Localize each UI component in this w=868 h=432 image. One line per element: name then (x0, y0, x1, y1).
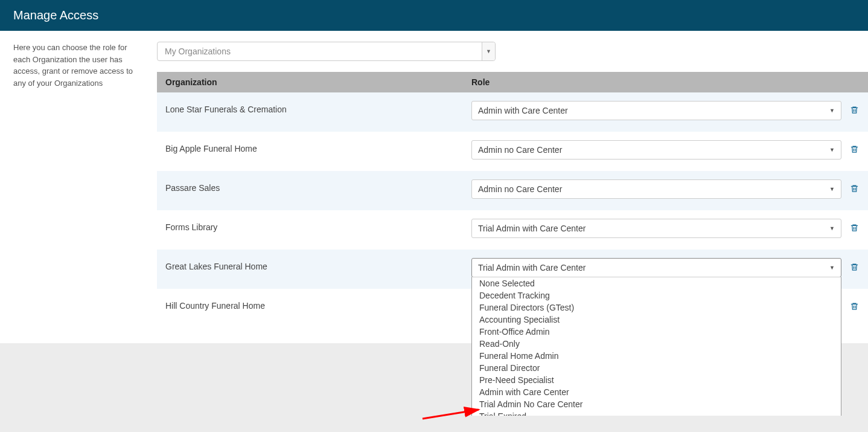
trash-icon (850, 184, 859, 193)
role-option[interactable]: Accounting Specialist (472, 314, 841, 326)
table-row: Great Lakes Funeral Home Trial Admin wit… (157, 250, 868, 289)
role-option[interactable]: Read-Only (472, 338, 841, 350)
delete-button[interactable] (850, 140, 860, 154)
role-cell: Trial Admin with Care Center ▼ (471, 219, 868, 238)
page-title: Manage Access (13, 8, 98, 22)
role-option[interactable]: Admin with Care Center (472, 386, 841, 398)
organization-name: Passare Sales (157, 179, 471, 193)
content-area: Here you can choose the role for each Or… (0, 31, 868, 343)
role-select[interactable]: Admin with Care Center ▼ (471, 101, 841, 120)
trash-icon (850, 144, 859, 154)
role-cell: Trial Admin with Care Center ▼ None Sele… (471, 258, 868, 277)
role-cell: Admin no Care Center ▼ (471, 179, 868, 199)
chevron-down-icon: ▼ (829, 147, 835, 153)
role-option[interactable]: Funeral Director (472, 362, 841, 374)
sidebar-description: Here you can choose the role for each Or… (13, 42, 157, 89)
delete-button[interactable] (850, 179, 860, 193)
role-select-value: Admin with Care Center (478, 106, 568, 115)
organization-name: Big Apple Funeral Home (157, 140, 471, 153)
organization-name: Great Lakes Funeral Home (157, 258, 471, 271)
role-select[interactable]: Admin no Care Center ▼ (471, 140, 841, 160)
trash-icon (850, 223, 859, 233)
column-header-organization: Organization (157, 77, 471, 87)
delete-button[interactable] (850, 258, 860, 272)
organization-name: Lone Star Funerals & Cremation (157, 101, 471, 114)
role-select-value: Trial Admin with Care Center (478, 263, 586, 272)
organization-combobox-placeholder: My Organizations (158, 47, 482, 56)
table-header: Organization Role (157, 72, 868, 92)
table-row: Passare Sales Admin no Care Center ▼ (157, 171, 868, 210)
role-option[interactable]: Trial Admin No Care Center (472, 398, 841, 410)
role-option[interactable]: Funeral Home Admin (472, 350, 841, 362)
chevron-down-icon: ▼ (829, 265, 835, 271)
chevron-down-icon: ▼ (482, 42, 495, 60)
role-select-value: Admin no Care Center (478, 184, 562, 194)
page: Manage Access Here you can choose the ro… (0, 0, 868, 343)
trash-icon (850, 105, 859, 115)
delete-button[interactable] (850, 297, 860, 311)
delete-button[interactable] (850, 101, 860, 115)
role-select[interactable]: Trial Admin with Care Center ▼ (471, 219, 841, 238)
table-row: Lone Star Funerals & Cremation Admin wit… (157, 92, 868, 132)
chevron-down-icon: ▼ (829, 225, 835, 231)
role-select-value: Trial Admin with Care Center (478, 224, 586, 233)
role-option[interactable]: None Selected (472, 277, 841, 289)
role-option[interactable]: Front-Office Admin (472, 326, 841, 338)
role-dropdown-list: None SelectedDecedent TrackingFuneral Di… (471, 277, 841, 416)
organization-name: Forms Library (157, 219, 471, 232)
role-option[interactable]: Pre-Need Specialist (472, 374, 841, 386)
trash-icon (850, 262, 859, 272)
role-cell: Admin no Care Center ▼ (471, 140, 868, 160)
role-option[interactable]: Trial Expired (472, 410, 841, 416)
table-row: Forms Library Trial Admin with Care Cent… (157, 210, 868, 250)
chevron-down-icon: ▼ (829, 186, 835, 192)
organization-name: Hill Country Funeral Home (157, 297, 471, 311)
page-header: Manage Access (0, 0, 868, 31)
role-select-value: Admin no Care Center (478, 145, 562, 155)
role-select[interactable]: Admin no Care Center ▼ (471, 179, 841, 199)
role-option[interactable]: Funeral Directors (GTest) (472, 301, 841, 314)
main-column: My Organizations ▼ Organization Role Lon… (157, 42, 868, 328)
trash-icon (850, 301, 859, 311)
role-cell: Admin with Care Center ▼ (471, 101, 868, 120)
delete-button[interactable] (850, 219, 860, 233)
role-option[interactable]: Decedent Tracking (472, 289, 841, 301)
column-header-role: Role (471, 77, 868, 87)
org-select-wrap: My Organizations ▼ (157, 42, 868, 61)
organization-combobox[interactable]: My Organizations ▼ (157, 42, 496, 61)
table-row: Big Apple Funeral Home Admin no Care Cen… (157, 132, 868, 171)
chevron-down-icon: ▼ (829, 108, 835, 114)
role-select[interactable]: Trial Admin with Care Center ▼ (471, 258, 841, 277)
